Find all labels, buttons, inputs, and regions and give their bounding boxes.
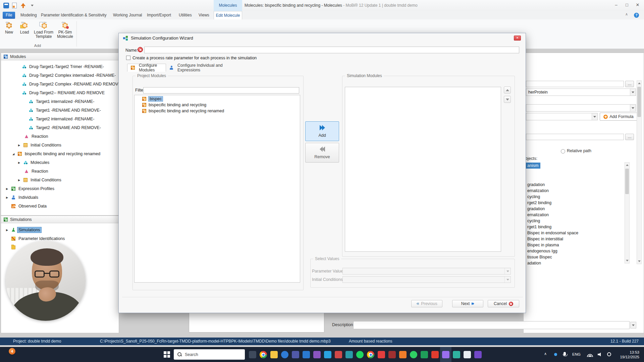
tree-item[interactable]: Target2 internalized -RENAME- — [1, 115, 119, 123]
tab-utilities[interactable]: Utilities — [179, 11, 192, 19]
tree-item[interactable]: ▶Initial Conditions — [1, 176, 119, 184]
scrollbar[interactable] — [637, 80, 642, 264]
tree-item[interactable]: Target2 -RENAME AND REMOVE- — [1, 123, 119, 132]
scrollbar-thumb[interactable] — [637, 87, 641, 117]
relative-path-radio[interactable] — [561, 149, 565, 154]
start-button[interactable] — [164, 351, 170, 358]
expander-icon[interactable]: ▶ — [6, 229, 11, 232]
tree-item[interactable]: Drug-Target2 Complex -RENAME AND REMOVE- — [1, 80, 119, 88]
expander-icon[interactable]: ▶ — [18, 179, 23, 182]
scrollbar[interactable] — [625, 162, 630, 263]
help-icon[interactable]: ? — [634, 13, 639, 18]
taskbar-app-icon[interactable] — [453, 351, 460, 358]
filter-input[interactable] — [143, 87, 299, 94]
tree-item[interactable]: Parameter Identifications — [1, 234, 119, 243]
selected-object-item[interactable]: anism — [525, 163, 540, 169]
taskbar-app-icon[interactable] — [442, 351, 449, 358]
load-from-template-button[interactable]: OH Load From Template — [33, 21, 54, 44]
cancel-button[interactable]: Cancel — [488, 300, 519, 307]
taskbar-app-icon[interactable] — [324, 351, 331, 358]
maximize-button[interactable]: □ — [622, 1, 632, 9]
tab-configure-individual[interactable]: Configure Individual and Expressions — [166, 64, 238, 72]
tab-modeling[interactable]: Modeling — [20, 11, 37, 19]
tab-import-export[interactable]: Import/Export — [147, 11, 171, 19]
tab-parameter-identification[interactable]: Parameter Identification & Sensitivity — [41, 11, 106, 19]
process-rate-checkbox[interactable] — [126, 56, 130, 60]
taskbar-app-icon[interactable] — [335, 351, 342, 358]
quick-access-document-icon[interactable] — [12, 3, 17, 8]
protein-combo[interactable]: herProtein — [526, 88, 636, 96]
background-combo[interactable] — [526, 113, 598, 120]
next-button[interactable]: Next — [452, 300, 483, 307]
pksim-molecule-button[interactable]: OH PK-Sim Molecule — [54, 21, 76, 44]
tree-item[interactable]: ▶Initial Conditions — [1, 141, 119, 149]
tree-item[interactable]: ▶Expression Profiles — [1, 184, 119, 193]
taskbar-app-icon[interactable] — [270, 351, 278, 358]
notification-badge[interactable]: 4 — [9, 348, 15, 355]
quick-access-save-icon[interactable] — [3, 3, 9, 8]
tree-item[interactable]: Drug-Target2 Complex internalized -RENAM… — [1, 71, 119, 80]
taskbar-app-icon[interactable] — [303, 351, 310, 358]
add-formula-button[interactable]: Add Formula — [600, 113, 637, 121]
wifi-icon[interactable] — [587, 353, 593, 357]
parameter-values-dropdown[interactable] — [342, 268, 511, 275]
expander-icon[interactable]: ▶ — [6, 196, 11, 199]
tree-item[interactable]: Observed Data — [1, 202, 119, 210]
expander-icon[interactable]: ◢ — [12, 153, 18, 156]
module-list-item[interactable]: bispecific binding and recycling renamed — [135, 108, 300, 114]
name-input[interactable] — [144, 47, 519, 53]
quick-access-load-icon[interactable] — [21, 3, 25, 6]
taskbar-app-icon[interactable] — [260, 351, 267, 358]
load-molecule-button[interactable]: OH Load — [17, 21, 32, 44]
language-indicator[interactable]: ENG — [572, 352, 581, 356]
taskbar-app-icon[interactable] — [356, 351, 364, 358]
chevron-down-icon[interactable] — [592, 113, 597, 120]
taskbar-app-icon[interactable] — [367, 351, 374, 358]
tree-item[interactable]: Drug-Target2-- RENAME AND REMOVE — [1, 88, 119, 97]
taskbar-app-icon[interactable] — [421, 351, 428, 358]
tree-item[interactable]: ◢bispecific binding and recycling rename… — [1, 149, 119, 158]
taskbar-app-icon[interactable] — [399, 351, 407, 358]
close-button[interactable]: ✕ — [633, 1, 643, 9]
move-down-button[interactable] — [504, 96, 511, 103]
taskbar-app-icon[interactable] — [249, 351, 256, 358]
taskbar-search[interactable]: Search — [174, 349, 245, 360]
taskbar-app-icon[interactable] — [378, 351, 385, 358]
dialog-close-icon[interactable]: ✕ — [514, 36, 521, 41]
taskbar-app-icon[interactable] — [281, 351, 288, 358]
taskbar-app-icon[interactable] — [388, 351, 396, 358]
network-icon[interactable] — [607, 352, 611, 356]
description-dropdown-button[interactable] — [630, 322, 636, 328]
tree-item[interactable]: Target1 internalized -RENAME- — [1, 97, 119, 106]
chevron-down-icon[interactable] — [630, 89, 636, 96]
tab-file[interactable]: File — [3, 12, 15, 19]
tree-item[interactable]: Reaction — [1, 132, 119, 141]
tree-item[interactable]: Target1 -RENAME AND REMOVE- — [1, 106, 119, 115]
expander-icon[interactable]: ▶ — [6, 187, 11, 190]
tree-item[interactable]: ▶Molecules — [1, 158, 119, 167]
microphone-icon[interactable] — [564, 352, 566, 356]
background-text-field[interactable] — [526, 81, 624, 87]
module-list-item[interactable]: bispec — [135, 96, 300, 102]
quick-access-dropdown-icon[interactable] — [31, 5, 34, 6]
chevron-down-icon[interactable] — [630, 105, 636, 111]
tab-views[interactable]: Views — [199, 11, 209, 19]
tab-edit-molecule[interactable]: Edit Molecule — [214, 11, 242, 19]
previous-button[interactable]: Previous — [411, 300, 442, 307]
ribbon-collapse-icon[interactable]: ∧ — [625, 12, 628, 16]
tray-status-dot-icon[interactable] — [554, 353, 557, 356]
tree-item[interactable]: Reaction — [1, 167, 119, 176]
tab-working-journal[interactable]: Working Journal — [113, 11, 142, 19]
volume-icon[interactable] — [598, 352, 602, 357]
taskbar-app-icon[interactable] — [410, 351, 417, 358]
scrollbar-thumb[interactable] — [625, 169, 629, 194]
browse-button[interactable]: … — [625, 81, 634, 87]
initial-conditions-dropdown[interactable] — [342, 276, 511, 283]
remove-module-button[interactable]: Remove — [305, 143, 339, 163]
background-text-field[interactable] — [526, 134, 624, 140]
tree-item[interactable]: ▶Simulations — [1, 226, 119, 234]
tree-item[interactable]: ▶Individuals — [1, 193, 119, 202]
taskbar-app-icon[interactable] — [431, 351, 439, 358]
taskbar-app-icon[interactable] — [292, 351, 299, 358]
taskbar-clock[interactable]: 13:53 19/12/2025 — [615, 349, 639, 361]
